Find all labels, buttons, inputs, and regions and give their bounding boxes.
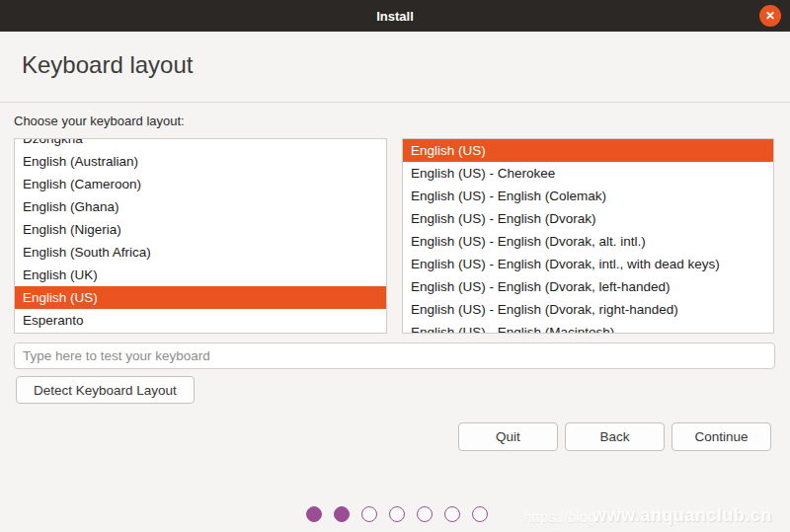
progress-dot [472,506,488,522]
close-button[interactable]: ✕ [759,5,781,27]
list-item[interactable]: English (Ghana) [15,195,386,218]
keyboard-test-input[interactable] [14,342,775,369]
instruction-label: Choose your keyboard layout: [14,114,185,128]
watermark-light-text: https://blog. [523,508,600,525]
progress-dot [361,506,377,522]
list-item[interactable]: English (US) - English (Dvorak, left-han… [403,275,773,298]
header-divider [0,102,790,103]
keyboard-layout-list-inner: DzongkhaEnglish (Australian)English (Cam… [15,138,386,332]
progress-dot [306,506,322,522]
list-item[interactable]: Dzongkha [15,138,386,150]
list-item[interactable]: English (US) - English (Dvorak, alt. int… [403,230,773,253]
list-item[interactable]: English (Nigeria) [15,218,386,241]
list-item[interactable]: English (Australian) [15,150,386,173]
quit-button[interactable]: Quit [458,422,558,451]
titlebar: Install ✕ [0,0,790,32]
list-item[interactable]: Esperanto [15,309,386,332]
list-item[interactable]: English (US) - English (Colemak) [403,185,773,207]
window-title: Install [376,9,414,24]
close-icon: ✕ [765,10,775,22]
detect-keyboard-button[interactable]: Detect Keyboard Layout [16,376,195,404]
list-item[interactable]: English (UK) [15,264,386,286]
back-button[interactable]: Back [565,422,665,451]
nav-buttons: Quit Back Continue [458,422,771,451]
keyboard-layout-list[interactable]: DzongkhaEnglish (Australian)English (Cam… [14,138,387,334]
list-item[interactable]: English (US) [403,139,773,162]
progress-dot [444,506,460,522]
keyboard-variant-list-inner: English (US)English (US) - CherokeeEngli… [403,139,773,334]
install-progress-dots [306,506,488,522]
watermark-bold-text: www.anquanclub.cn [592,505,772,526]
progress-dot [389,506,405,522]
list-item[interactable]: English (Cameroon) [15,173,386,195]
list-item[interactable]: English (US) - English (Dvorak, right-ha… [403,298,773,321]
list-item[interactable]: English (US) - English (Macintosh) [403,321,773,334]
page-title: Keyboard layout [22,51,193,79]
list-item[interactable]: English (US) [15,286,386,309]
keyboard-variant-list[interactable]: English (US)English (US) - CherokeeEngli… [402,138,774,334]
watermark: https://blog. www.anquanclub.cn [523,504,786,528]
list-item[interactable]: English (South Africa) [15,241,386,264]
progress-dot [417,506,433,522]
list-item[interactable]: English (US) - English (Dvorak, intl., w… [403,253,773,275]
continue-button[interactable]: Continue [672,422,771,451]
list-item[interactable]: English (US) - English (Dvorak) [403,207,773,230]
list-item[interactable]: English (US) - Cherokee [403,162,773,185]
progress-dot [334,506,350,522]
